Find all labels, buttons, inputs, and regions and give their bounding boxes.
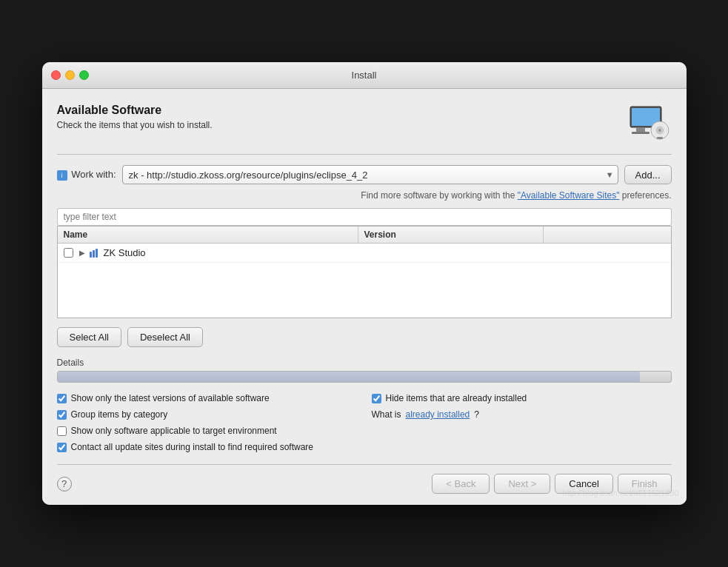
- bar-icon-3: [96, 249, 98, 258]
- software-sites-prefix: Find more software by working with the: [361, 190, 517, 201]
- watermark: http://blog.csdn.net/u011521890: [562, 489, 678, 497]
- header-text: Available Software Check the items that …: [57, 104, 213, 130]
- table-row[interactable]: ▶ ZK Studio: [58, 244, 671, 263]
- already-installed-link[interactable]: already installed: [406, 409, 470, 420]
- checkboxes-section: Show only the latest versions of availab…: [57, 393, 672, 452]
- install-dialog: Install Available Software Check the ite…: [42, 62, 687, 505]
- checkbox-show-latest: Show only the latest versions of availab…: [57, 393, 357, 403]
- work-with-row: i Work with: zk - http://studio.zkoss.or…: [57, 165, 672, 184]
- what-is-suffix: ?: [474, 409, 479, 420]
- checkbox-show-applicable: Show only software applicable to target …: [57, 426, 357, 436]
- table-header-extra: [544, 227, 671, 243]
- dialog-title: Available Software: [57, 104, 213, 117]
- item-icons: [90, 249, 98, 258]
- table-header-version: Version: [358, 227, 544, 243]
- details-section: Details: [57, 358, 672, 383]
- details-progress-bar: [57, 371, 672, 383]
- deselect-all-button[interactable]: Deselect All: [127, 327, 203, 347]
- checkbox-col-left: Show only the latest versions of availab…: [57, 393, 357, 452]
- svg-rect-7: [657, 137, 663, 139]
- next-button[interactable]: Next >: [494, 474, 550, 494]
- select-all-button[interactable]: Select All: [57, 327, 121, 347]
- group-category-label: Group items by category: [71, 409, 168, 420]
- row-name-label: ZK Studio: [104, 247, 146, 258]
- badge-icon: i: [57, 170, 67, 181]
- svg-point-6: [658, 129, 661, 132]
- contact-all-label: Contact all update sites during install …: [71, 442, 314, 452]
- header-icon: [624, 104, 672, 142]
- work-with-dropdown[interactable]: zk - http://studio.zkoss.org/resource/pl…: [122, 165, 618, 184]
- what-is-prefix: What is: [372, 409, 401, 420]
- hide-installed-label: Hide items that are already installed: [386, 393, 527, 403]
- show-latest-checkbox[interactable]: [57, 394, 67, 403]
- help-button[interactable]: ?: [57, 477, 72, 491]
- close-button[interactable]: [51, 70, 61, 80]
- expand-arrow-icon[interactable]: ▶: [79, 249, 85, 257]
- checkbox-hide-installed: Hide items that are already installed: [372, 393, 672, 403]
- svg-rect-2: [636, 127, 645, 132]
- progress-bar-fill: [58, 372, 641, 382]
- group-category-checkbox[interactable]: [57, 410, 67, 420]
- checkbox-col-right: Hide items that are already installed Wh…: [372, 393, 672, 452]
- software-sites-suffix: preferences.: [622, 190, 672, 201]
- main-content: Available Software Check the items that …: [42, 89, 687, 505]
- work-with-label: i Work with:: [57, 169, 116, 181]
- table-cell-extra: [544, 252, 671, 255]
- titlebar: Install: [42, 62, 687, 89]
- show-applicable-checkbox[interactable]: [57, 426, 67, 436]
- contact-all-checkbox[interactable]: [57, 443, 67, 452]
- show-applicable-label: Show only software applicable to target …: [71, 426, 277, 436]
- dialog-subtitle: Check the items that you wish to install…: [57, 120, 213, 130]
- bar-icon-2: [93, 250, 95, 258]
- table-header: Name Version: [58, 227, 671, 244]
- traffic-lights: [51, 70, 89, 80]
- software-sites-row: Find more software by working with the "…: [57, 190, 672, 201]
- table-body: ▶ ZK Studio: [58, 244, 671, 318]
- table-cell-name: ▶ ZK Studio: [58, 246, 358, 260]
- add-button[interactable]: Add...: [624, 165, 672, 184]
- row-checkbox[interactable]: [64, 248, 73, 258]
- svg-rect-3: [632, 132, 649, 134]
- header-section: Available Software Check the items that …: [57, 104, 672, 142]
- selection-buttons: Select All Deselect All: [57, 327, 672, 347]
- minimize-button[interactable]: [65, 70, 75, 80]
- checkbox-group-category: Group items by category: [57, 409, 357, 420]
- filter-input[interactable]: [57, 208, 672, 226]
- table-header-name: Name: [58, 227, 358, 243]
- top-divider: [57, 154, 672, 155]
- software-table: Name Version ▶: [57, 226, 672, 318]
- back-button[interactable]: < Back: [432, 474, 490, 494]
- details-label: Details: [57, 358, 672, 368]
- show-latest-label: Show only the latest versions of availab…: [71, 393, 270, 403]
- maximize-button[interactable]: [79, 70, 89, 80]
- what-is-installed-row: What is already installed ?: [372, 409, 672, 420]
- bottom-divider: [57, 464, 672, 465]
- work-with-dropdown-wrapper: zk - http://studio.zkoss.org/resource/pl…: [122, 165, 618, 184]
- checkbox-contact-all: Contact all update sites during install …: [57, 442, 357, 452]
- computer-icon: [624, 104, 672, 142]
- table-cell-version: [358, 252, 544, 255]
- window-title: Install: [352, 70, 377, 81]
- hide-installed-checkbox[interactable]: [372, 394, 381, 403]
- bar-icon-1: [90, 252, 92, 258]
- software-sites-link[interactable]: "Available Software Sites": [518, 190, 620, 201]
